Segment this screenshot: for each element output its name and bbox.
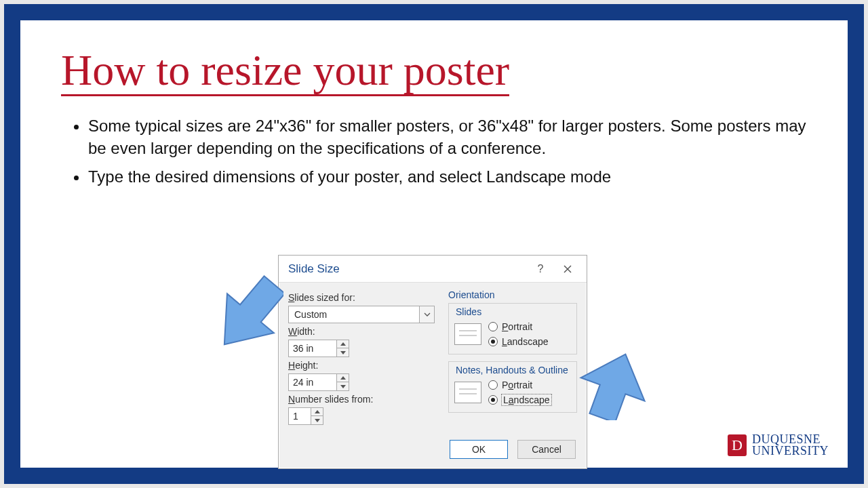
orientation-notes-group: Notes, Handouts & Outline Portrait: [448, 361, 577, 413]
label-orientation: Orientation: [448, 289, 577, 300]
slide-size-dialog: Slide Size ? Slides sized for: Custom Wi…: [278, 255, 587, 469]
radio-slides-landscape[interactable]: Landscape: [488, 336, 549, 347]
label-height: Height:: [288, 360, 435, 371]
label-number-from: Number slides from:: [288, 394, 435, 405]
svg-marker-3: [340, 351, 346, 354]
spin-down-icon[interactable]: [311, 416, 323, 424]
chevron-down-icon: [419, 306, 434, 323]
number-from-value: 1: [289, 411, 311, 422]
callout-arrow-left: [209, 274, 283, 363]
logo-text: DUQUESNE UNIVERSITY: [752, 434, 829, 457]
radio-label: Landscape: [502, 394, 551, 405]
page-landscape-icon: [454, 382, 481, 403]
label-slides-sized-for: Slides sized for:: [288, 292, 435, 303]
radio-notes-landscape[interactable]: Landscape: [488, 394, 551, 405]
dialog-left-column: Slides sized for: Custom Width: 36 in: [288, 289, 435, 425]
spinner-buttons[interactable]: [311, 408, 323, 424]
radio-notes-portrait[interactable]: Portrait: [488, 380, 551, 390]
spinner-buttons[interactable]: [336, 340, 349, 357]
spin-down-icon[interactable]: [337, 382, 349, 390]
height-spinner[interactable]: 24 in: [288, 373, 349, 391]
label-width: Width:: [288, 326, 435, 337]
select-value: Custom: [289, 309, 419, 320]
help-button[interactable]: ?: [527, 260, 554, 279]
close-icon: [563, 264, 572, 274]
radio-slides-portrait[interactable]: Portrait: [488, 321, 549, 332]
dialog-titlebar: Slide Size ?: [279, 256, 587, 283]
number-from-spinner[interactable]: 1: [288, 407, 323, 425]
spinner-buttons[interactable]: [336, 374, 349, 390]
radio-icon: [488, 337, 498, 346]
radio-icon: [488, 380, 498, 390]
svg-marker-7: [315, 419, 320, 422]
radio-label: Portrait: [502, 321, 532, 332]
height-value: 24 in: [289, 377, 336, 388]
dialog-body: Slides sized for: Custom Width: 36 in: [279, 283, 587, 434]
width-value: 36 in: [289, 343, 336, 354]
bullet-item: Some typical sizes are 24"x36" for small…: [88, 115, 807, 159]
slides-sized-for-select[interactable]: Custom: [288, 306, 435, 323]
bullet-list: Some typical sizes are 24"x36" for small…: [69, 115, 807, 188]
spin-down-icon[interactable]: [337, 348, 349, 357]
svg-marker-6: [315, 410, 320, 413]
radio-label: Landscape: [502, 336, 549, 347]
logo-line2: UNIVERSITY: [752, 445, 829, 457]
svg-marker-2: [340, 342, 346, 346]
spin-up-icon[interactable]: [337, 340, 349, 348]
dialog-footer: OK Cancel: [279, 434, 587, 468]
width-spinner[interactable]: 36 in: [288, 340, 349, 357]
page-title: How to resize your poster: [61, 47, 509, 96]
svg-marker-9: [571, 346, 657, 420]
cancel-button[interactable]: Cancel: [517, 440, 576, 459]
arrow-icon: [209, 274, 283, 363]
arrow-icon: [571, 346, 659, 420]
bullet-item: Type the desired dimensions of your post…: [88, 166, 807, 188]
svg-marker-4: [340, 376, 346, 380]
slide-content: How to resize your poster Some typical s…: [20, 20, 848, 468]
logo-badge: D: [728, 434, 747, 456]
radio-icon: [488, 322, 498, 331]
radio-icon: [488, 395, 498, 405]
brand-logo: D DUQUESNE UNIVERSITY: [728, 434, 829, 457]
svg-marker-8: [209, 274, 283, 363]
page-landscape-icon: [454, 323, 481, 345]
group-heading-notes: Notes, Handouts & Outline: [456, 365, 571, 375]
slide-frame: How to resize your poster Some typical s…: [4, 4, 864, 484]
spin-up-icon[interactable]: [311, 408, 323, 416]
svg-marker-5: [340, 385, 346, 388]
group-heading-slides: Slides: [456, 306, 571, 317]
spin-up-icon[interactable]: [337, 374, 349, 382]
dialog-right-column: Orientation Slides Portrait: [448, 289, 577, 425]
dialog-title: Slide Size: [288, 262, 527, 276]
close-button[interactable]: [554, 260, 581, 279]
ok-button[interactable]: OK: [450, 440, 508, 459]
callout-arrow-right: [571, 346, 659, 420]
radio-label: Portrait: [502, 380, 532, 390]
orientation-slides-group: Slides Portrait Landscape: [448, 303, 577, 354]
